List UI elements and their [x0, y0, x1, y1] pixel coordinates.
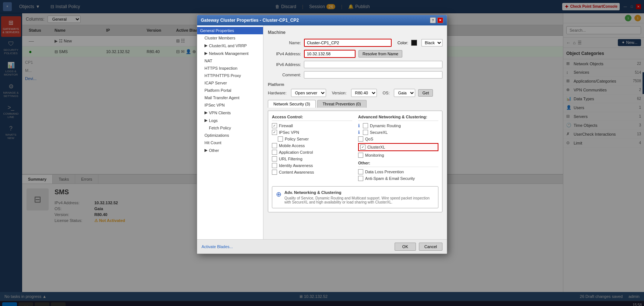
form-row-ipv6: IPv6 Address:: [268, 61, 442, 68]
form-row-name: Name: Color: Black: [268, 39, 442, 47]
content-label: Content Awareness: [279, 170, 314, 174]
url-filter-label: URL Filtering: [279, 157, 302, 161]
adv-box-title: Adv. Networking & Clustering: [284, 190, 434, 195]
platform-row: Hardware: Open server Version: R80.40 OS…: [268, 89, 442, 97]
access-control-title: Access Control:: [272, 115, 352, 121]
expand-icon-vpn: ▶: [204, 110, 207, 115]
info-icon-securexl: ℹ: [358, 130, 360, 135]
monitoring-label: Monitoring: [365, 153, 384, 157]
machine-section-title: Machine: [268, 30, 442, 35]
tree-clusterxl[interactable]: ▶ ClusterXL and VRRP: [197, 42, 263, 49]
other-blades-section: Other: Data Loss Prevention Anti-Spam & …: [358, 161, 438, 181]
modal-blade-tabs: Network Security (3) Threat Prevention (…: [268, 100, 442, 108]
tab-network-security[interactable]: Network Security (3): [268, 100, 316, 108]
modal-tree: General Properties Cluster Members ▶ Clu…: [197, 25, 263, 239]
vpn-clients-label: VPN Clients: [209, 111, 231, 115]
footer-buttons: OK Cancel: [395, 243, 442, 251]
tree-https[interactable]: HTTPS Inspection: [197, 65, 263, 72]
antispam-label: Anti-Spam & Email Security: [365, 176, 415, 181]
os-select[interactable]: Gaia: [394, 89, 415, 97]
modal-body: General Properties Cluster Members ▶ Clu…: [197, 25, 447, 239]
qos-check: [358, 136, 363, 142]
url-filter-check: [272, 156, 277, 161]
other-label: Other: [209, 148, 219, 153]
clusterxl-check: [360, 145, 365, 150]
identity-check: [272, 163, 277, 168]
tree-vpn-clients[interactable]: ▶ VPN Clients: [197, 109, 263, 117]
blade-identity: Identity Awareness: [272, 163, 352, 168]
tree-logs[interactable]: ▶ Logs: [197, 117, 263, 124]
tree-nat[interactable]: NAT: [197, 57, 263, 65]
clusterxl-label-blade: ClusterXL: [367, 145, 385, 149]
blades-col-right: Advanced Networking & Clustering: ℹ Dyna…: [358, 115, 438, 182]
cancel-btn[interactable]: Cancel: [419, 243, 442, 251]
version-select[interactable]: R80.40: [351, 89, 377, 97]
blade-dlp: Data Loss Prevention: [358, 169, 438, 174]
blade-securexl: ℹ SecureXL: [358, 130, 438, 135]
info-icon-routing: ℹ: [358, 123, 360, 128]
blades-panel: Access Control: Firewall IPSec VPN: [268, 111, 442, 212]
tree-mail[interactable]: Mail Transfer Agent: [197, 94, 263, 101]
dlp-check: [358, 169, 363, 174]
tree-optimizations[interactable]: Optimizations: [197, 132, 263, 139]
name-input[interactable]: [304, 39, 392, 47]
policy-server-check: [278, 136, 283, 142]
tree-other[interactable]: ▶ Other: [197, 146, 263, 154]
ipv6-input[interactable]: [304, 61, 442, 68]
modal-overlay: Gateway Cluster Properties - Cluster-CP1…: [0, 0, 644, 306]
resolve-btn[interactable]: Resolve from Name: [358, 50, 402, 58]
expand-icon-clusterxl: ▶: [204, 43, 207, 48]
identity-label: Identity Awareness: [279, 163, 313, 168]
tree-fetch[interactable]: Fetch Policy: [197, 124, 263, 132]
blade-firewall: Firewall: [272, 123, 352, 128]
get-btn[interactable]: Get: [418, 89, 433, 97]
color-swatch: [411, 40, 417, 46]
tab-threat-prevention[interactable]: Threat Prevention (0): [317, 100, 367, 108]
adv-networking-icon: ⊕: [276, 190, 281, 198]
other-title: Other:: [358, 161, 438, 167]
ok-btn[interactable]: OK: [395, 243, 416, 251]
modal-help-btn[interactable]: ?: [430, 17, 436, 23]
blade-qos: QoS: [358, 136, 438, 142]
ipv4-input[interactable]: [304, 50, 356, 58]
content-check: [272, 170, 277, 175]
tree-portal[interactable]: Platform Portal: [197, 87, 263, 94]
blade-antispam: Anti-Spam & Email Security: [358, 176, 438, 181]
form-row-ipv4: IPv4 Address: Resolve from Name: [268, 50, 442, 58]
activate-blades-link[interactable]: Activate Blades...: [202, 244, 233, 249]
securexl-check: [363, 130, 368, 135]
color-select[interactable]: Black: [421, 39, 442, 46]
modal-titlebar: Gateway Cluster Properties - Cluster-CP1…: [197, 15, 447, 25]
ipsec-vpn-check: [272, 130, 277, 135]
tree-cluster-members[interactable]: Cluster Members: [197, 34, 263, 42]
tree-general-properties[interactable]: General Properties: [197, 27, 263, 34]
tree-ipsec[interactable]: IPSec VPN: [197, 101, 263, 109]
blade-monitoring: Monitoring: [358, 153, 438, 158]
ipsec-vpn-label: IPSec VPN: [279, 130, 299, 135]
blade-mobile-access: Mobile Access: [272, 143, 352, 148]
adv-networking-text: Adv. Networking & Clustering Quality of …: [284, 190, 434, 204]
policy-server-label: Policy Server: [285, 137, 309, 141]
app-control-check: [272, 150, 277, 155]
app-control-label: Application Control: [279, 150, 313, 154]
modal-close-btn[interactable]: ✕: [437, 17, 443, 23]
blade-ipsec-vpn: IPSec VPN: [272, 130, 352, 135]
blades-col-left: Access Control: Firewall IPSec VPN: [272, 115, 352, 182]
tree-hit-count[interactable]: Hit Count: [197, 139, 263, 146]
mobile-label: Mobile Access: [279, 143, 305, 148]
form-row-comment: Comment:: [268, 71, 442, 79]
tree-http-proxy[interactable]: HTTP/HTTPS Proxy: [197, 72, 263, 79]
tree-icap[interactable]: ICAP Server: [197, 79, 263, 87]
tree-network-mgmt[interactable]: ▶ Network Management: [197, 49, 263, 57]
blade-content: Content Awareness: [272, 170, 352, 175]
blade-url-filter: URL Filtering: [272, 156, 352, 161]
version-platform-label: Version:: [332, 91, 347, 95]
clusterxl-label: ClusterXL and VRRP: [209, 44, 247, 48]
hardware-select[interactable]: Open server: [291, 89, 326, 97]
comment-input[interactable]: [304, 71, 442, 79]
color-label: Color:: [398, 41, 408, 45]
blade-policy-server: Policy Server: [272, 136, 352, 142]
adv-networking-box: ⊕ Adv. Networking & Clustering Quality o…: [272, 186, 438, 208]
qos-label: QoS: [365, 137, 373, 141]
ipv4-form-label: IPv4 Address:: [268, 52, 301, 56]
